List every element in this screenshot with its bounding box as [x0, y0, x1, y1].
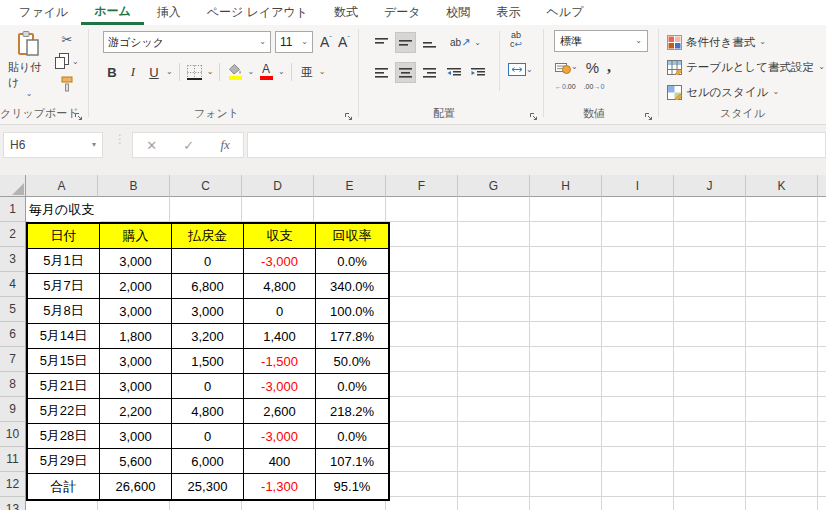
bold-button[interactable]: B	[103, 62, 121, 82]
increase-indent-button[interactable]	[467, 62, 488, 83]
cell-A7[interactable]: 5月15日	[28, 349, 100, 374]
number-dialog-launcher[interactable]	[644, 111, 654, 121]
cell-A12[interactable]: 合計	[28, 474, 100, 499]
column-header-B[interactable]: B	[98, 175, 170, 197]
format-as-table-button[interactable]: テーブルとして書式設定 ⌄	[667, 56, 825, 78]
cell-B2[interactable]: 購入	[100, 224, 172, 249]
cell-E5[interactable]: 100.0%	[316, 299, 388, 324]
font-size-combobox[interactable]: 11 ⌄	[275, 31, 313, 53]
cell-C12[interactable]: 25,300	[172, 474, 244, 499]
cell-D7[interactable]: -1,500	[244, 349, 316, 374]
accounting-format-button[interactable]: ⌄	[554, 60, 579, 75]
tab-formulas[interactable]: 数式	[321, 0, 371, 25]
row-header-3[interactable]: 3	[0, 247, 26, 272]
formula-input[interactable]	[247, 132, 826, 158]
row-header-1[interactable]: 1	[0, 197, 26, 222]
cell-B11[interactable]: 5,600	[100, 449, 172, 474]
column-header-J[interactable]: J	[674, 175, 746, 197]
cut-button[interactable]: ✂	[54, 31, 80, 47]
cell-B12[interactable]: 26,600	[100, 474, 172, 499]
font-color-button[interactable]: A	[257, 62, 275, 82]
comma-style-button[interactable]: ,	[606, 57, 612, 77]
cell-B9[interactable]: 2,200	[100, 399, 172, 424]
cell-E10[interactable]: 0.0%	[316, 424, 388, 449]
column-header-partial[interactable]	[818, 175, 826, 197]
tab-file[interactable]: ファイル	[6, 0, 81, 25]
cell-E3[interactable]: 0.0%	[316, 249, 388, 274]
increase-font-size-button[interactable]: Aˆ	[319, 33, 333, 51]
orientation-button[interactable]: ab↗	[449, 35, 471, 50]
column-header-I[interactable]: I	[602, 175, 674, 197]
conditional-formatting-button[interactable]: 条件付き書式 ⌄	[667, 31, 766, 53]
align-right-button[interactable]	[419, 62, 440, 83]
paste-button[interactable]: 貼り付け ⌄	[8, 30, 50, 104]
cell-D8[interactable]: -3,000	[244, 374, 316, 399]
cell-A5[interactable]: 5月8日	[28, 299, 100, 324]
cell-A2[interactable]: 日付	[28, 224, 100, 249]
align-left-button[interactable]	[371, 62, 392, 83]
row-header-12[interactable]: 12	[0, 472, 26, 497]
cancel-icon[interactable]: ✕	[146, 138, 157, 153]
cell-C2[interactable]: 払戻金	[172, 224, 244, 249]
font-dialog-launcher[interactable]	[344, 111, 354, 121]
cell-styles-button[interactable]: セルのスタイル ⌄	[667, 81, 779, 103]
align-center-button[interactable]	[395, 62, 416, 83]
cell-C5[interactable]: 3,000	[172, 299, 244, 324]
cells-area[interactable]: 毎月の収支 日付購入払戻金収支回収率5月1日3,0000-3,0000.0%5月…	[26, 197, 826, 510]
cell-A9[interactable]: 5月22日	[28, 399, 100, 424]
align-middle-button[interactable]	[395, 32, 416, 53]
borders-button[interactable]	[186, 62, 204, 82]
format-painter-button[interactable]	[54, 77, 80, 93]
name-box[interactable]: H6 ▾	[3, 132, 103, 158]
cell-C4[interactable]: 6,800	[172, 274, 244, 299]
tab-data[interactable]: データ	[371, 0, 434, 25]
cell-A3[interactable]: 5月1日	[28, 249, 100, 274]
row-header-2[interactable]: 2	[0, 222, 26, 247]
column-header-C[interactable]: C	[170, 175, 242, 197]
cell-B5[interactable]: 3,000	[100, 299, 172, 324]
align-bottom-button[interactable]	[419, 32, 440, 53]
insert-function-icon[interactable]: fx	[220, 137, 229, 153]
cell-D10[interactable]: -3,000	[244, 424, 316, 449]
italic-button[interactable]: I	[124, 62, 142, 82]
cell-D6[interactable]: 1,400	[244, 324, 316, 349]
clipboard-dialog-launcher[interactable]	[74, 111, 84, 121]
cell-C10[interactable]: 0	[172, 424, 244, 449]
cell-A6[interactable]: 5月14日	[28, 324, 100, 349]
row-header-11[interactable]: 11	[0, 447, 26, 472]
decrease-indent-button[interactable]	[443, 62, 464, 83]
select-all-corner[interactable]	[0, 175, 26, 197]
cell-A1[interactable]: 毎月の収支	[29, 197, 100, 222]
percent-style-button[interactable]: %	[585, 58, 600, 77]
cell-E9[interactable]: 218.2%	[316, 399, 388, 424]
cell-E12[interactable]: 95.1%	[316, 474, 388, 499]
cell-B7[interactable]: 3,000	[100, 349, 172, 374]
cell-E6[interactable]: 177.8%	[316, 324, 388, 349]
cell-A11[interactable]: 5月29日	[28, 449, 100, 474]
enter-icon[interactable]: ✓	[183, 138, 194, 153]
wrap-text-button[interactable]: ab c↩	[509, 30, 523, 50]
cell-E2[interactable]: 回収率	[316, 224, 388, 249]
cell-D3[interactable]: -3,000	[244, 249, 316, 274]
cell-C9[interactable]: 4,800	[172, 399, 244, 424]
copy-button[interactable]: ⌄	[54, 54, 80, 70]
cell-C6[interactable]: 3,200	[172, 324, 244, 349]
formula-bar-grip[interactable]: ⋮	[114, 136, 126, 142]
tab-insert[interactable]: 挿入	[144, 0, 194, 25]
column-header-K[interactable]: K	[746, 175, 818, 197]
cell-B4[interactable]: 2,000	[100, 274, 172, 299]
number-format-combobox[interactable]: 標準 ⌄	[554, 30, 648, 52]
row-header-10[interactable]: 10	[0, 422, 26, 447]
alignment-dialog-launcher[interactable]	[529, 111, 539, 121]
cell-C3[interactable]: 0	[172, 249, 244, 274]
cell-E7[interactable]: 50.0%	[316, 349, 388, 374]
increase-decimal-button[interactable]: ←0.00	[554, 82, 577, 92]
row-header-7[interactable]: 7	[0, 347, 26, 372]
tab-home[interactable]: ホーム	[81, 0, 144, 25]
cell-B6[interactable]: 1,800	[100, 324, 172, 349]
column-header-F[interactable]: F	[386, 175, 458, 197]
cell-B3[interactable]: 3,000	[100, 249, 172, 274]
tab-help[interactable]: ヘルプ	[534, 0, 597, 25]
cell-C8[interactable]: 0	[172, 374, 244, 399]
cell-E8[interactable]: 0.0%	[316, 374, 388, 399]
